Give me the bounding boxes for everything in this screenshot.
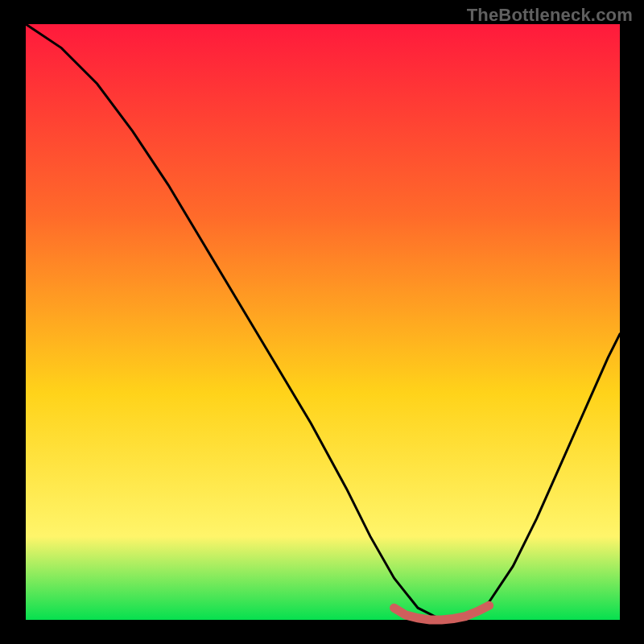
bottleneck-chart <box>0 0 644 644</box>
watermark-text: TheBottleneck.com <box>467 5 633 26</box>
chart-frame: TheBottleneck.com <box>0 0 644 644</box>
